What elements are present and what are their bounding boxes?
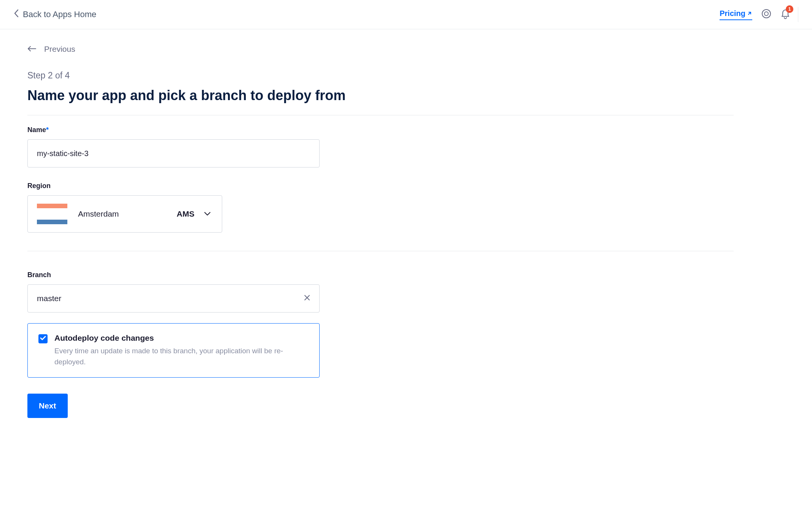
help-button[interactable] — [761, 9, 771, 20]
region-select-left: Amsterdam — [37, 204, 119, 224]
autodeploy-description: Every time an update is made to this bra… — [54, 346, 309, 367]
checkmark-icon — [40, 335, 46, 342]
autodeploy-option[interactable]: Autodeploy code changes Every time an up… — [27, 323, 320, 378]
pricing-link[interactable]: Pricing — [720, 9, 752, 20]
divider — [27, 251, 734, 251]
step-indicator: Step 2 of 4 — [27, 70, 734, 81]
branch-input-wrap — [27, 284, 320, 313]
chevron-left-icon — [14, 9, 19, 20]
region-name: Amsterdam — [78, 209, 119, 219]
next-button[interactable]: Next — [27, 394, 68, 418]
branch-group: Branch — [27, 271, 734, 313]
svg-point-1 — [764, 12, 768, 16]
page-heading: Name your app and pick a branch to deplo… — [27, 88, 734, 104]
name-input[interactable] — [27, 139, 320, 167]
previous-link[interactable]: Previous — [27, 45, 734, 54]
lifebuoy-icon — [761, 9, 771, 20]
autodeploy-checkbox[interactable] — [38, 334, 48, 343]
clear-branch-button[interactable] — [304, 294, 310, 303]
close-icon — [304, 294, 310, 303]
autodeploy-title: Autodeploy code changes — [54, 333, 309, 343]
branch-label: Branch — [27, 271, 734, 279]
back-to-apps-link[interactable]: Back to Apps Home — [14, 9, 96, 20]
header-right: Pricing 1 — [720, 7, 798, 22]
autodeploy-content: Autodeploy code changes Every time an up… — [54, 333, 309, 367]
region-select[interactable]: Amsterdam AMS — [27, 195, 222, 233]
notifications-button[interactable]: 1 — [780, 8, 790, 21]
header: Back to Apps Home Pricing — [0, 0, 812, 29]
region-code: AMS — [177, 209, 194, 219]
svg-point-0 — [762, 10, 771, 18]
content: Previous Step 2 of 4 Name your app and p… — [0, 29, 761, 433]
notification-badge: 1 — [786, 5, 793, 13]
previous-label: Previous — [44, 45, 75, 54]
branch-input[interactable] — [27, 284, 320, 313]
pricing-label: Pricing — [720, 9, 745, 18]
netherlands-flag-icon — [37, 204, 67, 224]
arrow-left-icon — [27, 45, 37, 54]
back-link-label: Back to Apps Home — [23, 10, 96, 19]
name-label: Name* — [27, 126, 734, 134]
external-link-icon — [747, 9, 752, 18]
region-select-right: AMS — [177, 209, 211, 219]
chevron-down-icon — [204, 211, 211, 217]
region-label: Region — [27, 182, 734, 190]
divider — [27, 115, 734, 115]
